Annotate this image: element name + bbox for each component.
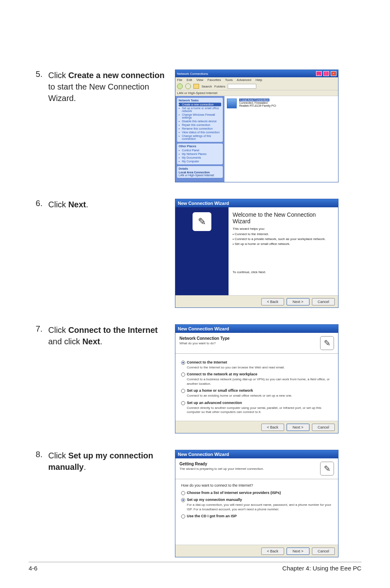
connection-item[interactable]: Local Area Connection Connected, Firewal… [227, 99, 336, 108]
menu-edit[interactable]: Edit [186, 78, 192, 82]
wizard-footer: < Back Next > Cancel [175, 295, 338, 307]
window-body: Network Tasks Create a new connection Se… [175, 96, 338, 182]
place-network-places[interactable]: My Network Places [179, 152, 221, 156]
cancel-button[interactable]: Cancel [312, 424, 335, 431]
page-number: 4-6 [29, 565, 38, 572]
min-button[interactable]: _ [316, 71, 322, 76]
network-connections-window: Network Connections _ □ × File Edit View… [175, 70, 338, 182]
menu-help[interactable]: Help [256, 78, 262, 82]
wizard-bullet-2: • Connect to a private network, such as … [235, 237, 334, 241]
details-name: Local Area Connection [179, 171, 221, 174]
step-8: 8. Click Set up my connection manually. … [29, 450, 361, 557]
step-7-text: Click Connect to the Internet and click … [48, 324, 167, 433]
wizard-titlebar: New Connection Wizard [175, 450, 338, 458]
step-6: 6. Click Next. New Connection Wizard ✎ W… [29, 199, 361, 308]
radio-icon [181, 373, 185, 377]
wizard-titlebar: New Connection Wizard [175, 199, 338, 207]
wizard-header-title: Getting Ready [179, 462, 264, 466]
option-label: Use the CD I got from an ISP [187, 514, 237, 518]
wizard-side-graphic: ✎ [175, 207, 229, 295]
connection-status: Connected, Firewalled [239, 101, 268, 104]
place-control-panel[interactable]: Control Panel [179, 148, 221, 152]
step-7-post: . [100, 337, 103, 346]
screenshot-8: New Connection Wizard Getting Ready The … [175, 450, 338, 557]
wizard-icon: ✎ [193, 212, 211, 231]
wizard-footer: < Back Next > Cancel [175, 545, 338, 557]
toolbar-views[interactable] [228, 84, 256, 89]
option-label: Set up my connection manually [187, 498, 242, 502]
back-button[interactable]: < Back [261, 548, 284, 555]
menu-favorites[interactable]: Favorites [208, 78, 221, 82]
step-6-num: 6. [29, 199, 48, 308]
next-button[interactable]: Next > [287, 298, 309, 305]
step-6-pre: Click [48, 200, 68, 209]
option-isp-cd[interactable]: Use the CD I got from an ISP [181, 514, 332, 518]
back-button[interactable]: < Back [261, 424, 284, 431]
option-home-network[interactable]: Set up a home or small office network Co… [181, 388, 332, 398]
wizard-header-text: Getting Ready The wizard is preparing to… [179, 462, 264, 471]
step-7-bold2: Next [82, 337, 100, 346]
screenshot-6: New Connection Wizard ✎ Welcome to the N… [175, 199, 338, 308]
option-manual[interactable]: Set up my connection manually For a dial… [181, 498, 332, 512]
toolbar-folders[interactable]: Folders [214, 85, 225, 88]
up-icon[interactable] [193, 84, 199, 89]
option-desc: Connect to an existing home or small off… [187, 394, 332, 398]
task-repair[interactable]: Repair this connection [179, 123, 221, 127]
option-connect-internet[interactable]: Connect to the Internet Connect to the I… [181, 360, 332, 370]
option-label: Connect to the Internet [187, 360, 227, 364]
task-firewall[interactable]: Change Windows Firewall settings [179, 113, 221, 119]
wizard-header-sub: What do you want to do? [179, 341, 230, 345]
max-button[interactable]: □ [323, 71, 329, 76]
next-button[interactable]: Next > [287, 548, 309, 555]
option-connect-workplace[interactable]: Connect to the network at my workplace C… [181, 372, 332, 386]
wizard-welcome: New Connection Wizard ✎ Welcome to the N… [175, 199, 338, 308]
task-change-settings[interactable]: Change settings of this connection [179, 134, 221, 141]
option-desc: Connect to a business network (using dia… [187, 377, 332, 386]
window-buttons: _ □ × [315, 71, 336, 76]
category-header: LAN or High-Speed Internet [175, 90, 338, 96]
option-isp-list[interactable]: Choose from a list of Internet service p… [181, 491, 332, 495]
wizard-header: Network Connection Type What do you want… [175, 333, 338, 354]
task-create-connection[interactable]: Create a new connection [179, 103, 221, 106]
step-6-text: Click Next. [48, 199, 167, 308]
forward-icon[interactable] [185, 83, 191, 89]
cancel-button[interactable]: Cancel [312, 298, 335, 305]
toolbar-search[interactable]: Search [202, 85, 212, 88]
wizard-bullet-1: • Connect to the Internet. [235, 232, 334, 236]
menu-file[interactable]: File [177, 78, 182, 82]
place-computer[interactable]: My Computer [179, 159, 221, 163]
step-7-num: 7. [29, 324, 48, 433]
screenshot-7: New Connection Wizard Network Connection… [175, 324, 338, 433]
close-button[interactable]: × [331, 71, 336, 76]
wizard-header-icon: ✎ [320, 462, 334, 476]
task-view-status[interactable]: View status of this connection [179, 130, 221, 134]
wizard-header: Getting Ready The wizard is preparing to… [175, 458, 338, 479]
wizard-content: Welcome to the New Connection Wizard Thi… [229, 207, 338, 295]
menu-advanced[interactable]: Advanced [237, 78, 251, 82]
wizard-question: How do you want to connect to the Intern… [181, 483, 332, 487]
task-setup-network[interactable]: Set up a home or small office network [179, 106, 221, 113]
radio-icon [181, 491, 185, 495]
connection-device: Realtek RTL8139 Family PCI [239, 104, 276, 107]
cancel-button[interactable]: Cancel [312, 548, 335, 555]
wizard-header-sub: The wizard is preparing to set up your I… [179, 467, 264, 471]
other-places-box: Other Places Control Panel My Network Pl… [177, 144, 223, 164]
next-button[interactable]: Next > [287, 424, 309, 431]
menu-tools[interactable]: Tools [225, 78, 233, 82]
connection-icon [227, 99, 237, 108]
option-desc: Connect to the Internet so you can brows… [187, 366, 332, 370]
wizard-intro: This wizard helps you: [233, 227, 334, 231]
task-disable[interactable]: Disable this network device [179, 119, 221, 123]
task-rename[interactable]: Rename this connection [179, 127, 221, 130]
wizard-content: How do you want to connect to the Intern… [175, 479, 338, 545]
main-pane: Local Area Connection Connected, Firewal… [224, 96, 338, 182]
other-places-header: Other Places [179, 145, 221, 148]
place-documents[interactable]: My Documents [179, 156, 221, 159]
chapter-title: Chapter 4: Using the Eee PC [282, 565, 361, 572]
menu-view[interactable]: View [196, 78, 203, 82]
back-icon[interactable] [177, 83, 183, 89]
option-advanced[interactable]: Set up an advanced connection Connect di… [181, 401, 332, 415]
back-button[interactable]: < Back [261, 298, 284, 305]
wizard-titlebar: New Connection Wizard [175, 325, 338, 333]
radio-icon [181, 361, 185, 365]
